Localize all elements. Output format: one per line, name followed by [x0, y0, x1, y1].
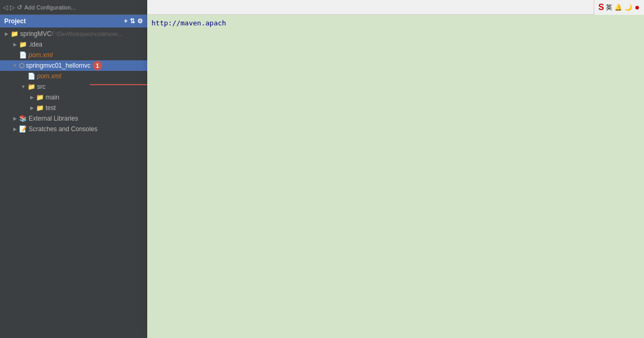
scratches-icon: 📝: [19, 125, 27, 133]
folder-icon: 📁: [19, 41, 27, 48]
folder-icon: 📁: [36, 104, 44, 112]
expand-arrow: ▶: [11, 126, 19, 132]
toolbar: ◁ ▷ ↺ Add Configuration...: [0, 0, 147, 15]
tree-item-test[interactable]: ▶ 📁 test: [0, 103, 147, 113]
tree-item-external-libs[interactable]: ▶ 📚 External Libraries: [0, 113, 147, 124]
project-tree: ▶ 📁 springMVC F:\DevWorkspace\code\exer.…: [0, 28, 147, 338]
project-label: Project: [4, 17, 26, 25]
sys-icon2: 🌙: [624, 4, 632, 11]
right-content: http://maven.apach: [147, 15, 644, 31]
refresh-btn[interactable]: ↺: [17, 4, 22, 11]
tree-item-springmvc-root[interactable]: ▶ 📁 springMVC F:\DevWorkspace\code\exer.…: [0, 29, 147, 39]
right-toolbar: [147, 0, 644, 15]
tree-label: src: [37, 83, 46, 90]
folder-icon: 📁: [36, 94, 44, 101]
tree-label: pom.xml: [29, 51, 52, 59]
tree-label: pom.xml: [37, 72, 61, 80]
tree-label: External Libraries: [29, 115, 78, 122]
right-panel: http://maven.apach S 英 🔔 🌙 ●: [147, 0, 644, 338]
expand-arrow: ▶: [28, 105, 36, 111]
tree-item-main[interactable]: ▶ 📁 main: [0, 92, 147, 103]
tree-label: main: [46, 94, 59, 101]
tree-item-src[interactable]: ▼ 📁 src: [0, 81, 147, 92]
tree-label: Scratches and Consoles: [29, 125, 97, 133]
path-label: F:\DevWorkspace\code\exer...: [51, 31, 122, 37]
expand-arrow: ▶: [11, 42, 19, 47]
sys-icon1: 🔔: [614, 4, 622, 11]
tree-label: springmvc01_hellomvc: [26, 62, 91, 69]
tree-item-scratches[interactable]: ▶ 📝 Scratches and Consoles: [0, 124, 147, 134]
expand-arrow: ▶: [11, 116, 19, 121]
lang-indicator: 英: [606, 3, 612, 12]
xml-icon: 📄: [19, 51, 27, 59]
run-config-btn[interactable]: Add Configuration...: [24, 4, 76, 11]
tree-item-springmvc01[interactable]: ▼ ⬡ springmvc01_hellomvc 1: [0, 60, 147, 71]
forward-btn[interactable]: ▷: [10, 4, 15, 11]
add-icon[interactable]: +: [124, 17, 128, 25]
tree-label: .idea: [29, 41, 42, 48]
gear-icon[interactable]: ⚙: [137, 17, 143, 25]
module-icon: 📁: [11, 30, 19, 38]
expand-arrow: ▼: [19, 84, 28, 89]
project-header: Project + ⇅ ⚙: [0, 15, 147, 28]
back-btn[interactable]: ◁: [3, 4, 8, 11]
expand-arrow: ▼: [11, 63, 19, 68]
user-icon: ●: [634, 3, 640, 12]
s-icon: S: [598, 3, 604, 12]
tree-item-pom-child[interactable]: 📄 pom.xml: [0, 71, 147, 81]
system-tray: S 英 🔔 🌙 ●: [594, 0, 644, 15]
xml-icon: 📄: [28, 72, 35, 80]
project-panel: ◁ ▷ ↺ Add Configuration... Project + ⇅ ⚙…: [0, 0, 147, 338]
libs-icon: 📚: [19, 115, 27, 122]
tree-item-idea[interactable]: ▶ 📁 .idea: [0, 39, 147, 50]
url-text: http://maven.apach: [151, 19, 226, 27]
module-icon: ⬡: [19, 62, 24, 69]
tree-label: test: [46, 104, 56, 112]
tree-label: springMVC: [20, 30, 51, 38]
tree-item-pom-root[interactable]: 📄 pom.xml: [0, 50, 147, 60]
sort-icon[interactable]: ⇅: [130, 17, 135, 25]
annotation-badge-1: 1: [93, 61, 102, 70]
expand-arrow: ▶: [28, 95, 36, 100]
folder-icon: 📁: [28, 83, 35, 90]
expand-arrow: ▶: [2, 31, 11, 36]
